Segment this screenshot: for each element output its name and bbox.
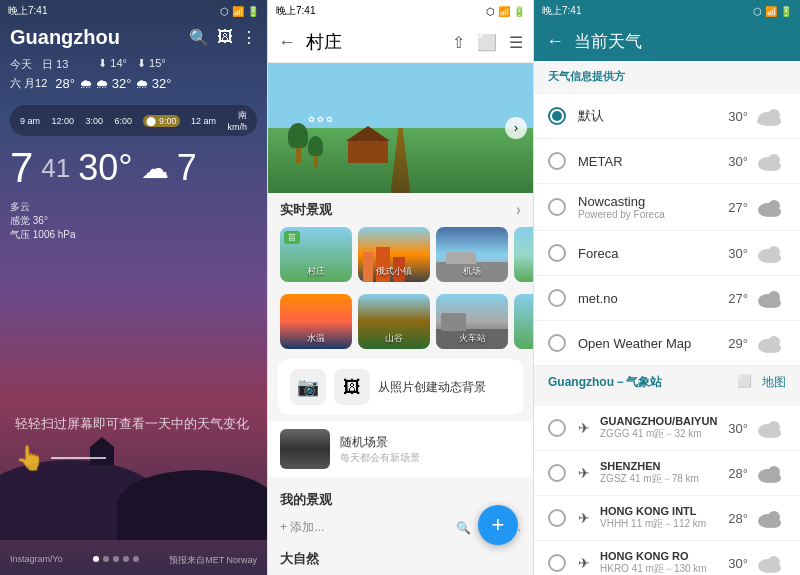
search-icon[interactable]: 🔍 (189, 28, 209, 47)
wind-info: 南 km/h (227, 109, 247, 132)
panel1-footer: Instagram/Yo 预报来自MET Norway (0, 554, 267, 567)
random-thumb (280, 429, 330, 469)
wind-direction: 南 (238, 110, 247, 120)
radio-inner-default (552, 111, 562, 121)
map-label[interactable]: 地图 (762, 374, 786, 391)
scenes-title: 村庄 (306, 30, 442, 54)
current-temp-badge: 28° 🌧 🌧 32° 🌧 32° (55, 76, 171, 91)
swipe-text: 轻轻扫过屏幕即可查看一天中的天气变化 (15, 416, 249, 431)
add-button[interactable]: + 添加... (280, 519, 324, 536)
radio-foreca (548, 244, 566, 262)
forecast-row: 六 月12 28° 🌧 🌧 32° 🌧 32° (10, 76, 257, 91)
random-title: 随机场景 (340, 434, 521, 451)
scene-card-extra[interactable]: 天… (514, 227, 533, 282)
wind-speed: km/h (227, 122, 247, 132)
signal-icon-3: 📶 (765, 6, 777, 17)
sources-list: 默认 30° METAR 30° Nowcasting (534, 94, 800, 366)
panel3-header: ← 当前天气 (534, 22, 800, 61)
weather-details: 多云 感觉 36° 气压 1006 hPa (0, 196, 267, 246)
weather-sources-panel: 晚上7:41 ⬡ 📶 🔋 ← 当前天气 天气信息提供方 默认 30° (534, 0, 800, 575)
scene-nav-right[interactable]: › (505, 117, 527, 139)
source-nowcasting[interactable]: Nowcasting Powered by Foreca 27° (534, 184, 800, 231)
svg-point-24 (768, 466, 780, 478)
hero-bg: ✿ ✿ ✿ › (268, 63, 533, 193)
source-metar[interactable]: METAR 30° (534, 139, 800, 184)
source-foreca[interactable]: Foreca 30° (534, 231, 800, 276)
scene-card-extra2[interactable]: 海… (514, 294, 533, 349)
cloud-icon-foreca (754, 241, 786, 265)
svg-point-9 (768, 200, 780, 212)
copy-icon[interactable]: ⬜ (477, 33, 497, 52)
radio-default (548, 107, 566, 125)
cloud-icon-owm (754, 331, 786, 355)
copy-station-icon[interactable]: ⬜ (737, 374, 752, 391)
scene-barn (348, 128, 388, 163)
back-button-3[interactable]: ← (546, 31, 564, 52)
station-icons: ⬜ 地图 (737, 374, 786, 391)
station-shenzhen-temp: 28° (728, 466, 748, 481)
tree-top-1 (288, 123, 308, 148)
station-shenzhen[interactable]: ✈ SHENZHEN ZGSZ 41 m距－78 km 28° (534, 451, 800, 496)
source-owm[interactable]: Open Weather Map 29° (534, 321, 800, 366)
search-my-scenes[interactable]: 🔍 (456, 521, 471, 535)
station-hk-intl[interactable]: ✈ HONG KONG INTL VHHH 11 m距－112 km 28° (534, 496, 800, 541)
more-icon[interactable]: ⋮ (241, 28, 257, 47)
scene-grid-2: 水温 山谷 火车站 海… (268, 290, 533, 353)
selected-badge: 苗 (284, 231, 300, 244)
random-scene-row: 随机场景 每天都会有新场景 (268, 421, 533, 477)
filter-icon[interactable]: ☰ (509, 33, 523, 52)
hill-right (117, 470, 267, 540)
source-default-label: 默认 (578, 107, 728, 125)
back-button[interactable]: ← (278, 32, 296, 53)
svg-point-2 (757, 117, 769, 125)
realtime-arrow[interactable]: › (516, 201, 521, 219)
nature-header: 大自然 (268, 542, 533, 572)
svg-point-18 (768, 336, 780, 348)
station-guangzhou[interactable]: ✈ GUANGZHOU/BAIYUN ZGGG 41 m距－32 km 30° (534, 406, 800, 451)
scene-extra2-label: 海… (514, 332, 533, 345)
forecast-temp-2: ⬇ 15° (137, 57, 166, 72)
scene-card-village[interactable]: 苗 村庄 (280, 227, 352, 282)
scene-card-water[interactable]: 水温 (280, 294, 352, 349)
share-icon[interactable]: ⇧ (452, 33, 465, 52)
barn-roof (346, 126, 390, 141)
cloud-icon-nowcasting (754, 195, 786, 219)
plane-icon-4: ✈ (578, 555, 590, 571)
scene-card-town[interactable]: 俄式小镇 (358, 227, 430, 282)
svg-point-6 (768, 154, 780, 166)
svg-point-21 (768, 421, 780, 433)
source-nowcasting-info: Nowcasting Powered by Foreca (578, 194, 728, 220)
station-hk-ro-temp: 30° (728, 556, 748, 571)
dot-4 (123, 556, 129, 562)
dot-2 (103, 556, 109, 562)
time-9am: 9 am (20, 116, 40, 126)
gallery-button[interactable]: 🖼 (334, 369, 370, 405)
source-default[interactable]: 默认 30° (534, 94, 800, 139)
scene-tree-2 (308, 136, 323, 168)
photo-icon[interactable]: 🖼 (217, 28, 233, 47)
time-6: 6:00 (114, 116, 132, 126)
footer-left: Instagram/Yo (10, 554, 63, 567)
status-icons-3: ⬡ 📶 🔋 (753, 6, 792, 17)
source-metar-label: METAR (578, 154, 728, 169)
station-guangzhou-temp: 30° (728, 421, 748, 436)
scenes-header-icons: ⇧ ⬜ ☰ (452, 33, 523, 52)
tree-trunk-2 (314, 156, 318, 168)
battery-icon-2: 🔋 (513, 6, 525, 17)
scene-card-station[interactable]: 火车站 (436, 294, 508, 349)
station-hk-ro[interactable]: ✈ HONG KONG RO HKRO 41 m距－130 km 30° (534, 541, 800, 575)
scene-valley-label: 山谷 (358, 332, 430, 345)
source-metno-label: met.no (578, 291, 728, 306)
add-fab[interactable]: + (478, 505, 518, 545)
scenes-panel: 晚上7:41 ⬡ 📶 🔋 ← 村庄 ⇧ ⬜ ☰ (267, 0, 534, 575)
swipe-hint: 轻轻扫过屏幕即可查看一天中的天气变化 👆 (15, 415, 252, 475)
radio-guangzhou (548, 419, 566, 437)
camera-button[interactable]: 📷 (290, 369, 326, 405)
source-metno[interactable]: met.no 27° (534, 276, 800, 321)
scene-card-valley[interactable]: 山谷 (358, 294, 430, 349)
source-default-temp: 30° (728, 109, 748, 124)
scene-card-airport[interactable]: 机场 (436, 227, 508, 282)
bluetooth-icon-3: ⬡ (753, 6, 762, 17)
status-icons-2: ⬡ 📶 🔋 (486, 6, 525, 17)
header-icons: 🔍 🖼 ⋮ (189, 28, 257, 47)
